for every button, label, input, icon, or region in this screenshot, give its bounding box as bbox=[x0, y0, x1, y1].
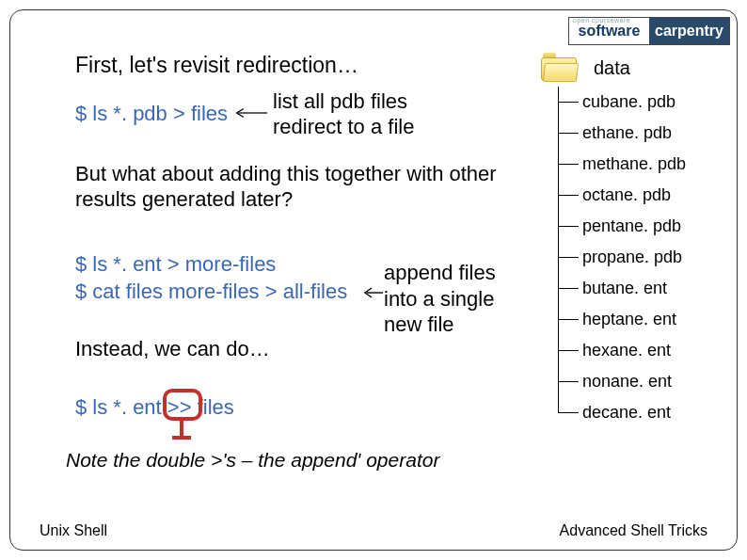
tree-file: decane. ent bbox=[558, 397, 724, 428]
footer-right: Advanced Shell Tricks bbox=[560, 522, 707, 539]
footer-left: Unix Shell bbox=[40, 522, 107, 539]
paragraph-question: But what about adding this together with… bbox=[75, 162, 499, 213]
annotation-list-pdb: list all pdb files bbox=[273, 89, 407, 114]
logo-right: carpentry bbox=[649, 18, 729, 44]
tree-file-label: nonane. ent bbox=[582, 372, 672, 392]
tree-file: propane. pdb bbox=[558, 242, 724, 273]
file-tree: data cubane. pdb ethane. pdb methane. pd… bbox=[541, 53, 724, 428]
highlight-circle bbox=[163, 389, 202, 421]
slide-heading: First, let's revisit redirection… bbox=[75, 53, 358, 78]
command-append-pre: $ ls *. ent bbox=[75, 395, 167, 419]
tree-file-label: ethane. pdb bbox=[582, 123, 672, 143]
annotation-double-gt: Note the double >'s – the append' operat… bbox=[66, 448, 439, 472]
tree-file: cubane. pdb bbox=[558, 87, 724, 118]
logo-left: open courseware software bbox=[569, 18, 649, 44]
paragraph-instead: Instead, we can do… bbox=[75, 337, 270, 361]
tree-file: butane. ent bbox=[558, 273, 724, 304]
tree-file: methane. pdb bbox=[558, 149, 724, 180]
tree-file-label: cubane. pdb bbox=[582, 92, 675, 112]
arrow-left-icon bbox=[233, 107, 267, 119]
tree-file: octane. pdb bbox=[558, 180, 724, 211]
highlight-foot bbox=[172, 436, 191, 440]
folder-row: data bbox=[541, 53, 724, 83]
command-ls-ent: $ ls *. ent > more-files bbox=[75, 252, 276, 277]
logo-right-text: carpentry bbox=[655, 23, 723, 40]
tree-file: ethane. pdb bbox=[558, 118, 724, 149]
folder-icon bbox=[541, 53, 579, 83]
tree-file-label: decane. ent bbox=[582, 403, 671, 423]
tree-body: cubane. pdb ethane. pdb methane. pdb oct… bbox=[558, 87, 724, 428]
tree-file: heptane. ent bbox=[558, 304, 724, 335]
folder-label: data bbox=[594, 57, 630, 79]
command-ls-pdb: $ ls *. pdb > files bbox=[75, 102, 228, 126]
tree-file-label: hexane. ent bbox=[582, 341, 671, 360]
tree-file-label: pentane. pdb bbox=[582, 216, 681, 236]
tree-file-label: heptane. ent bbox=[582, 310, 676, 329]
logo-left-text: software bbox=[579, 23, 641, 40]
command-cat-files: $ cat files more-files > all-files bbox=[75, 280, 347, 304]
tree-file: pentane. pdb bbox=[558, 211, 724, 242]
tree-file-label: octane. pdb bbox=[582, 185, 671, 205]
tree-file-label: propane. pdb bbox=[582, 248, 682, 267]
logo: open courseware software carpentry bbox=[568, 17, 730, 45]
command-append: $ ls *. ent >> files bbox=[75, 395, 234, 420]
tree-file: hexane. ent bbox=[558, 335, 724, 366]
annotation-append: append files into a single new file bbox=[384, 260, 496, 338]
tree-file: nonane. ent bbox=[558, 366, 724, 397]
tree-file-label: butane. ent bbox=[582, 279, 667, 298]
tree-file-label: methane. pdb bbox=[582, 154, 686, 174]
logo-subtext: open courseware bbox=[573, 17, 630, 24]
annotation-redirect: redirect to a file bbox=[273, 115, 414, 139]
arrow-left-icon bbox=[362, 287, 383, 298]
